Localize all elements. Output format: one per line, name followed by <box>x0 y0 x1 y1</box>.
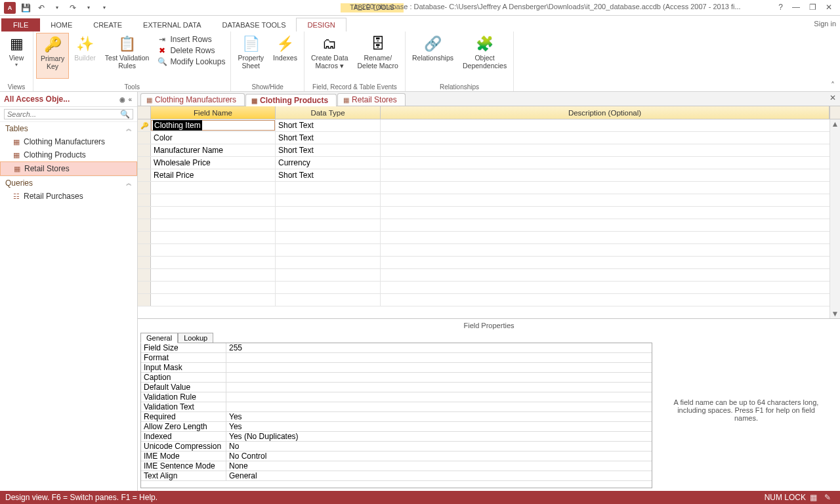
scroll-down-icon[interactable]: ▼ <box>831 309 839 318</box>
property-row[interactable]: IndexedYes (No Duplicates) <box>141 432 652 442</box>
cell-data-type[interactable] <box>276 182 381 194</box>
nav-item-clothing-products[interactable]: ▦Clothing Products <box>0 148 137 161</box>
col-description[interactable]: Description (Optional) <box>381 106 830 119</box>
cell-data-type[interactable] <box>276 207 381 219</box>
close-tab-button[interactable]: ✕ <box>830 93 836 102</box>
cell-field-name[interactable] <box>151 219 276 231</box>
cell-description[interactable] <box>381 207 840 219</box>
grid-row[interactable] <box>138 207 840 219</box>
nav-filter-icon[interactable]: ◉ <box>118 96 127 103</box>
save-button[interactable]: 💾 <box>18 1 33 14</box>
grid-row[interactable]: 🔑Clothing ItemShort Text <box>138 119 840 132</box>
property-row[interactable]: RequiredYes <box>141 412 652 422</box>
grid-row[interactable] <box>138 219 840 232</box>
grid-row[interactable] <box>138 194 840 207</box>
property-value[interactable] <box>226 373 652 382</box>
create-data-macros-button[interactable]: 🗂 Create Data Macros ▾ <box>307 33 352 79</box>
grid-row[interactable] <box>138 269 840 282</box>
cell-description[interactable] <box>381 244 840 256</box>
grid-row[interactable]: ColorShort Text <box>138 132 840 144</box>
grid-row[interactable] <box>138 257 840 269</box>
cell-data-type[interactable] <box>276 294 381 306</box>
property-value[interactable]: General <box>226 471 652 480</box>
row-selector[interactable] <box>138 194 151 206</box>
nav-search[interactable]: 🔍 <box>4 109 133 119</box>
cell-field-name[interactable] <box>151 269 276 281</box>
nav-item-retail-stores[interactable]: ▦Retail Stores <box>0 161 137 176</box>
property-value[interactable]: 255 <box>226 343 652 352</box>
property-value[interactable]: No <box>226 442 652 451</box>
tab-file[interactable]: FILE <box>1 18 40 32</box>
cell-field-name[interactable] <box>151 282 276 293</box>
property-value[interactable] <box>226 383 652 392</box>
nav-collapse-icon[interactable]: « <box>127 96 133 103</box>
row-selector[interactable] <box>138 144 151 156</box>
cell-data-type[interactable]: Short Text <box>276 169 381 181</box>
cell-description[interactable] <box>381 119 840 131</box>
nav-item-retail-purchases[interactable]: ☷Retail Purchases <box>0 190 137 203</box>
view-design-button[interactable]: ✎ <box>820 493 835 502</box>
cell-data-type[interactable] <box>276 244 381 256</box>
row-selector[interactable] <box>138 282 151 293</box>
cell-description[interactable] <box>381 282 840 293</box>
delete-rows-button[interactable]: ✖Delete Rows <box>154 45 228 56</box>
undo-button[interactable]: ↶ <box>34 1 49 14</box>
builder-button[interactable]: ✨ Builder <box>70 33 100 79</box>
cell-data-type[interactable]: Short Text <box>276 119 381 131</box>
cell-data-type[interactable]: Short Text <box>276 132 381 144</box>
property-value[interactable]: No Control <box>226 452 652 461</box>
property-row[interactable]: Format <box>141 353 652 363</box>
property-value[interactable] <box>226 353 652 362</box>
grid-row[interactable]: Manufacturer NameShort Text <box>138 144 840 157</box>
nav-item-clothing-manufacturers[interactable]: ▦Clothing Manufacturers <box>0 135 137 148</box>
qat-customize[interactable]: ▾ <box>97 1 112 14</box>
nav-section-tables[interactable]: Tables︽ <box>0 121 137 135</box>
cell-description[interactable] <box>381 157 840 169</box>
cell-data-type[interactable] <box>276 257 381 268</box>
property-row[interactable]: IME Sentence ModeNone <box>141 461 652 471</box>
grid-body[interactable]: ▲▼ 🔑Clothing ItemShort TextColorShort Te… <box>138 119 840 318</box>
row-selector[interactable] <box>138 294 151 306</box>
cell-data-type[interactable]: Currency <box>276 157 381 169</box>
grid-row[interactable] <box>138 244 840 257</box>
app-icon[interactable]: A <box>3 1 17 14</box>
close-button[interactable]: ✕ <box>826 3 832 12</box>
cell-field-name[interactable] <box>151 194 276 206</box>
property-value[interactable]: None <box>226 461 652 471</box>
property-row[interactable]: Validation Text <box>141 402 652 412</box>
undo-menu[interactable]: ▾ <box>50 1 64 14</box>
cell-description[interactable] <box>381 132 840 144</box>
tab-design[interactable]: DESIGN <box>296 18 346 32</box>
cell-field-name[interactable] <box>151 232 276 243</box>
test-validation-button[interactable]: 📋 Test Validation Rules <box>101 33 154 79</box>
cell-data-type[interactable] <box>276 232 381 243</box>
cell-field-name[interactable]: Wholesale Price <box>151 157 276 169</box>
row-selector[interactable] <box>138 269 151 281</box>
relationships-button[interactable]: 🔗 Relationships <box>408 33 457 79</box>
grid-row[interactable] <box>138 282 840 294</box>
property-row[interactable]: Unicode CompressionNo <box>141 442 652 452</box>
property-row[interactable]: Caption <box>141 373 652 383</box>
object-dependencies-button[interactable]: 🧩 Object Dependencies <box>459 33 511 79</box>
grid-row[interactable]: Retail PriceShort Text <box>138 169 840 182</box>
scroll-up-icon[interactable]: ▲ <box>831 119 839 129</box>
cell-data-type[interactable] <box>276 282 381 293</box>
row-selector[interactable] <box>138 244 151 256</box>
cell-description[interactable] <box>381 257 840 268</box>
indexes-button[interactable]: ⚡ Indexes <box>269 33 301 79</box>
cell-description[interactable] <box>381 219 840 231</box>
property-value[interactable]: Yes <box>226 422 652 431</box>
grid-row[interactable] <box>138 294 840 306</box>
cell-description[interactable] <box>381 269 840 281</box>
nav-header[interactable]: All Access Obje... ◉ « <box>0 92 137 107</box>
cell-data-type[interactable]: Short Text <box>276 144 381 156</box>
cell-description[interactable] <box>381 169 840 181</box>
rename-delete-macro-button[interactable]: 🗄 Rename/ Delete Macro <box>354 33 402 79</box>
cell-description[interactable] <box>381 232 840 243</box>
nav-search-input[interactable] <box>5 110 117 119</box>
redo-button[interactable]: ↷ <box>66 1 80 14</box>
property-row[interactable]: Default Value <box>141 383 652 392</box>
property-value[interactable] <box>226 392 652 402</box>
grid-row[interactable]: Wholesale PriceCurrency <box>138 157 840 169</box>
row-selector[interactable] <box>138 157 151 169</box>
